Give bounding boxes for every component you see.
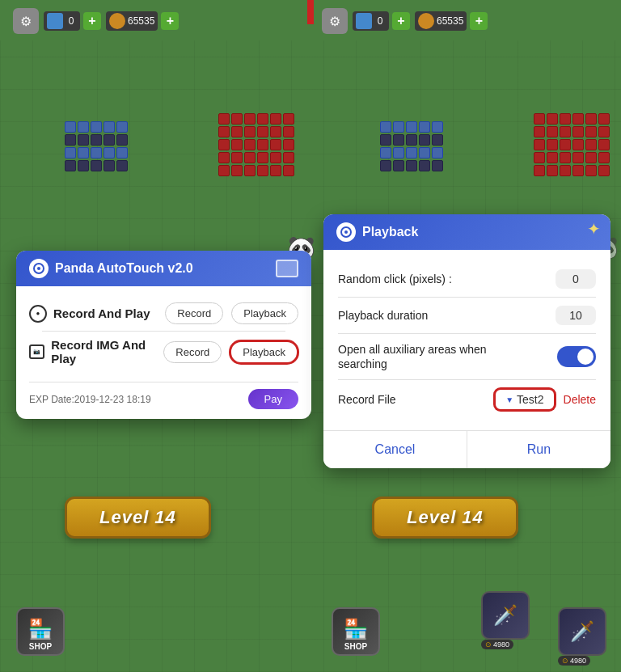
gold-resource-left: 65535 + bbox=[106, 11, 179, 31]
playback-duration-value: 10 bbox=[556, 306, 596, 325]
record-file-label: Record File bbox=[338, 393, 396, 406]
level-btn-right[interactable]: Level 14 bbox=[372, 497, 518, 539]
open-areas-row: Open all auxiliary areas when searching bbox=[338, 334, 596, 379]
record-file-controls: ▼ Test2 Delete bbox=[494, 388, 596, 411]
hud-left: ⚙ 0 + 65535 + bbox=[13, 8, 299, 34]
img-icon: 📷 bbox=[29, 344, 44, 359]
blue-resource-left: 0 + bbox=[44, 11, 101, 31]
blue-count-right: 0 bbox=[374, 15, 386, 27]
panda-icon bbox=[29, 259, 49, 278]
random-click-row: Random click (pixels) : 0 bbox=[338, 261, 596, 297]
gear-icon-right: ⚙ bbox=[329, 14, 340, 29]
playback-dialog-body: Random click (pixels) : 0 Playback durat… bbox=[323, 250, 610, 430]
random-click-value: 0 bbox=[556, 269, 596, 289]
record-and-play-row: ● Record And Play Record Playback bbox=[29, 296, 298, 331]
record-btn-row1[interactable]: Record bbox=[165, 302, 223, 324]
gold-plus-left[interactable]: + bbox=[161, 12, 179, 30]
blue-plus-left[interactable]: + bbox=[83, 12, 101, 30]
record-and-play-label: ● Record And Play bbox=[29, 305, 157, 323]
blue-resource-right: 0 + bbox=[353, 11, 410, 31]
gear-button-left[interactable]: ⚙ bbox=[13, 8, 39, 34]
run-button[interactable]: Run bbox=[467, 431, 610, 468]
record-img-play-row: 📷 Record IMG And Play Record Playback bbox=[29, 332, 298, 372]
record-icon: ● bbox=[29, 305, 47, 323]
dropdown-arrow-icon: ▼ bbox=[505, 395, 513, 404]
playback-footer: Cancel Run bbox=[323, 431, 610, 468]
weapon-icon-2[interactable]: 🗡️ bbox=[558, 607, 606, 656]
army-right bbox=[380, 121, 443, 171]
pay-button[interactable]: Pay bbox=[248, 389, 298, 409]
open-areas-toggle[interactable] bbox=[557, 346, 596, 367]
playback-duration-label: Playback duration bbox=[338, 309, 428, 322]
record-btn-row2[interactable]: Record bbox=[163, 341, 222, 363]
red-indicator bbox=[307, 0, 314, 24]
gear-icon-left: ⚙ bbox=[20, 14, 32, 29]
gear-button-right[interactable]: ⚙ bbox=[322, 8, 348, 34]
svg-point-1 bbox=[37, 267, 40, 270]
army-red-right bbox=[534, 113, 610, 176]
blue-count-left: 0 bbox=[65, 15, 77, 27]
blue-icon-right bbox=[356, 13, 372, 29]
panda-dialog-body: ● Record And Play Record Playback 📷 Reco… bbox=[16, 286, 311, 382]
playback-btn-row2[interactable]: Playback bbox=[230, 340, 298, 364]
toggle-knob bbox=[577, 349, 594, 365]
panda-dialog-footer: EXP Date:2019-12-23 18:19 Pay bbox=[16, 382, 311, 419]
record-file-row: Record File ▼ Test2 Delete bbox=[338, 380, 596, 419]
exp-date: EXP Date:2019-12-23 18:19 bbox=[29, 394, 151, 405]
record-img-play-label: 📷 Record IMG And Play bbox=[29, 338, 155, 366]
shop-icon-2[interactable]: 🏪 SHOP bbox=[332, 607, 380, 656]
playback-dialog: Playback ✦ Random click (pixels) : 0 Pla… bbox=[323, 214, 610, 468]
gold-resource-right: 65535 + bbox=[415, 11, 488, 31]
gold-count-left: 65535 bbox=[128, 15, 154, 27]
cancel-button[interactable]: Cancel bbox=[323, 431, 467, 468]
file-dropdown[interactable]: ▼ Test2 bbox=[494, 388, 555, 411]
screen-icon-btn[interactable] bbox=[276, 260, 298, 277]
svg-point-3 bbox=[344, 230, 348, 234]
gold-icon-left bbox=[109, 13, 125, 29]
panda-dialog-header: Panda AutoTouch v2.0 bbox=[16, 251, 311, 286]
file-name: Test2 bbox=[517, 393, 543, 406]
gold-count-right: 65535 bbox=[437, 15, 463, 27]
open-areas-label: Open all auxiliary areas when searching bbox=[338, 342, 516, 371]
army-left bbox=[65, 121, 128, 171]
gold-plus-right[interactable]: + bbox=[470, 12, 488, 30]
playback-dialog-header: Playback ✦ bbox=[323, 214, 610, 250]
hud-right: ⚙ 0 + 65535 + bbox=[306, 8, 608, 34]
army-red-left bbox=[218, 113, 294, 176]
playback-dialog-title: Playback bbox=[362, 225, 418, 239]
panda-dialog: Panda AutoTouch v2.0 ● Record And Play R… bbox=[16, 251, 311, 419]
blue-plus-right[interactable]: + bbox=[392, 12, 410, 30]
shop-icon-1[interactable]: 🏪 SHOP bbox=[16, 607, 65, 656]
blue-icon-left bbox=[47, 13, 63, 29]
level-btn-left[interactable]: Level 14 bbox=[65, 497, 211, 539]
gold-icon-right bbox=[418, 13, 434, 29]
panda-dialog-title: Panda AutoTouch v2.0 bbox=[29, 259, 193, 278]
star-decoration: ✦ bbox=[587, 219, 601, 239]
playback-duration-row: Playback duration 10 bbox=[338, 298, 596, 333]
playback-header-icon bbox=[336, 222, 356, 242]
playback-btn-row1[interactable]: Playback bbox=[231, 302, 298, 324]
delete-button[interactable]: Delete bbox=[564, 393, 596, 406]
random-click-label: Random click (pixels) : bbox=[338, 273, 452, 285]
